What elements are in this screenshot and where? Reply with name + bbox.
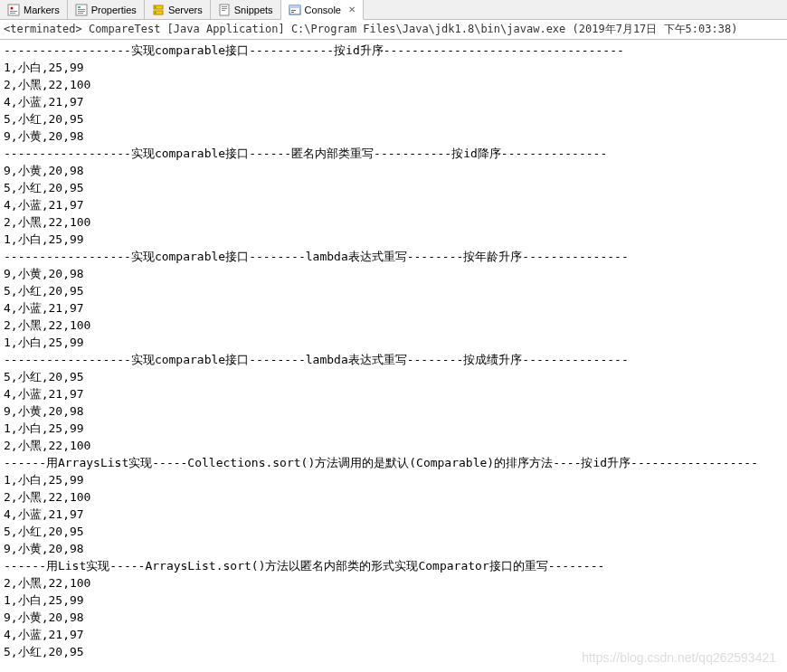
tab-servers[interactable]: Servers xyxy=(145,0,211,19)
close-icon[interactable]: ✕ xyxy=(348,5,356,14)
svg-rect-16 xyxy=(222,10,225,11)
servers-icon xyxy=(152,4,165,16)
tab-label: Servers xyxy=(168,5,203,15)
svg-rect-0 xyxy=(8,5,19,15)
svg-rect-8 xyxy=(78,13,83,14)
tab-markers[interactable]: Markers xyxy=(0,0,68,19)
svg-rect-19 xyxy=(291,10,296,11)
svg-rect-15 xyxy=(222,8,227,9)
watermark: https://blog.csdn.net/qq262593421 xyxy=(582,650,776,665)
svg-rect-5 xyxy=(78,6,81,8)
properties-icon xyxy=(75,4,88,16)
tab-properties[interactable]: Properties xyxy=(68,0,145,19)
tab-label: Markers xyxy=(24,5,60,15)
tab-label: Snippets xyxy=(234,5,273,15)
svg-point-11 xyxy=(155,6,156,8)
snippets-icon xyxy=(218,4,231,16)
tab-bar: Markers Properties Servers Snippets Cons… xyxy=(0,0,787,20)
tab-console[interactable]: Console ✕ xyxy=(281,0,364,20)
svg-rect-14 xyxy=(222,6,227,7)
svg-rect-3 xyxy=(10,13,15,14)
svg-rect-2 xyxy=(10,11,17,12)
svg-point-12 xyxy=(155,12,156,14)
console-icon xyxy=(289,4,301,16)
svg-rect-6 xyxy=(78,9,85,10)
tab-snippets[interactable]: Snippets xyxy=(211,0,281,19)
svg-point-1 xyxy=(11,6,14,9)
svg-rect-7 xyxy=(78,11,85,12)
tab-label: Console xyxy=(305,5,341,15)
markers-icon xyxy=(7,4,20,16)
svg-rect-20 xyxy=(291,12,294,13)
console-output: ------------------实现comparable接口--------… xyxy=(0,40,787,662)
svg-rect-18 xyxy=(289,5,300,8)
terminated-status: <terminated> CompareTest [Java Applicati… xyxy=(0,20,787,40)
tab-label: Properties xyxy=(91,5,137,15)
